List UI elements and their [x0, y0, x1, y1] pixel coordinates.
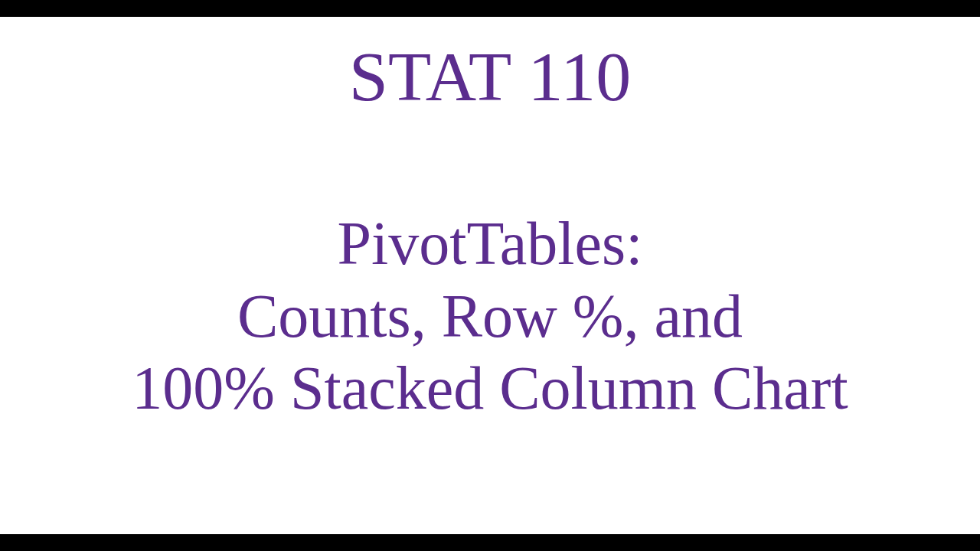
- topic-subtitle: PivotTables: Counts, Row %, and 100% Sta…: [132, 207, 848, 424]
- title-slide: STAT 110 PivotTables: Counts, Row %, and…: [0, 17, 980, 534]
- subtitle-line-3: 100% Stacked Column Chart: [132, 352, 848, 424]
- subtitle-line-2: Counts, Row %, and: [132, 280, 848, 352]
- course-title: STAT 110: [349, 38, 631, 116]
- subtitle-line-1: PivotTables:: [132, 207, 848, 279]
